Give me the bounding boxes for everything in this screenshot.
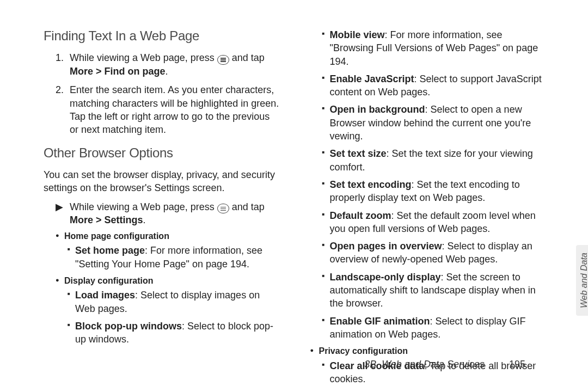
arrow-step: ▶ While viewing a Web page, press and ta… — [56, 200, 279, 227]
page-footer: 3B. Web and Data Services 195 — [364, 359, 525, 370]
step-1-bold: More > Find on page — [70, 66, 166, 77]
item-default-zoom: Default zoom: Set the default zoom level… — [322, 209, 545, 236]
item-landscape-only: Landscape-only display: Set the screen t… — [322, 271, 545, 310]
bullet-privacy-config: Privacy configuration — [310, 345, 545, 357]
arrow-bold: More > Settings — [70, 215, 143, 225]
step-1-part-b: and tap — [232, 52, 265, 63]
item-set-home-page: Set home page: For more information, see… — [68, 244, 279, 271]
item-open-overview: Open pages in overview: Select to displa… — [322, 240, 545, 266]
item-text-encoding: Set text encoding: Set the text encoding… — [322, 178, 545, 205]
step-1: 1. While viewing a Web page, press and t… — [56, 51, 279, 78]
bullet-display-config: Display configuration — [56, 275, 279, 287]
arrow-part-a: While viewing a Web page, press — [70, 201, 217, 212]
page-number: 195 — [509, 359, 525, 370]
item-text-size: Set text size: Set the text size for you… — [322, 147, 545, 174]
footer-section: 3B. Web and Data Services — [364, 359, 485, 370]
manual-page: Finding Text In a Web Page 1. While view… — [0, 0, 588, 392]
intro-text: You can set the browser display, privacy… — [44, 168, 279, 195]
step-1-text: While viewing a Web page, press and tap … — [70, 51, 279, 78]
step-2-text: Enter the search item. As you enter char… — [70, 83, 279, 136]
item-label: Block pop-up windows — [75, 321, 182, 332]
item-open-bg: Open in background: Select to open a new… — [322, 103, 545, 143]
item-block-popups: Block pop-up windows: Select to block po… — [68, 320, 279, 346]
menu-icon — [217, 55, 229, 65]
left-column: Finding Text In a Web Page 1. While view… — [44, 27, 279, 390]
item-mobile-view: Mobile view: For more information, see "… — [322, 28, 545, 68]
arrow-step-text: While viewing a Web page, press and tap … — [70, 200, 279, 227]
arrow-icon: ▶ — [56, 200, 64, 227]
item-label: Set home page — [75, 245, 145, 256]
item-label: Open in background — [330, 104, 425, 115]
heading-other-options: Other Browser Options — [44, 144, 279, 162]
step-2-number: 2. — [56, 83, 65, 136]
item-label: Set text size — [330, 148, 387, 159]
item-gif-anim: Enable GIF animation: Select to display … — [322, 315, 545, 341]
arrow-part-b: and tap — [232, 201, 265, 212]
item-label: Enable JavaScript — [330, 74, 414, 84]
item-label: Landscape-only display — [330, 272, 441, 283]
item-load-images: Load images: Select to display images on… — [68, 289, 279, 315]
side-tab-label: Web and Data — [576, 245, 588, 316]
step-1-number: 1. — [56, 51, 65, 78]
right-column: Mobile view: For more information, see "… — [309, 27, 545, 390]
menu-icon — [217, 204, 229, 213]
item-label: Load images — [75, 290, 135, 301]
item-label: Set text encoding — [330, 179, 412, 190]
arrow-part-c: . — [143, 215, 146, 225]
item-label: Enable GIF animation — [330, 316, 430, 327]
step-1-part-c: . — [166, 66, 168, 77]
item-enable-js: Enable JavaScript: Select to support Jav… — [322, 72, 545, 99]
content-columns: Finding Text In a Web Page 1. While view… — [44, 27, 544, 390]
item-label: Default zoom — [330, 210, 391, 221]
item-label: Open pages in overview — [330, 241, 442, 252]
bullet-home-config: Home page configuration — [56, 230, 279, 242]
step-2: 2. Enter the search item. As you enter c… — [56, 83, 279, 136]
step-1-part-a: While viewing a Web page, press — [70, 52, 217, 63]
heading-finding-text: Finding Text In a Web Page — [44, 27, 279, 45]
item-label: Mobile view — [330, 29, 385, 40]
